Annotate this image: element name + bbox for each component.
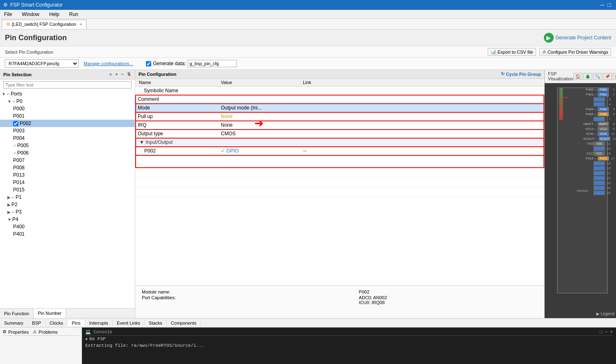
bnav-bsp[interactable]: BSP [28, 320, 45, 326]
tree-p014[interactable]: P014 [0, 179, 135, 186]
viz-copy-btn[interactable]: 📋 [613, 73, 616, 80]
row-name: Pull up [136, 112, 218, 121]
pin-row-xcin: XCIN → XCIN 10 [583, 132, 616, 136]
tree-p005[interactable]: ✓ P005 [0, 142, 135, 149]
tab-label: [LED_switch] FSP Configuration [12, 22, 76, 27]
problems-label[interactable]: Problems [39, 330, 57, 334]
p006-label: P006 [17, 150, 29, 156]
p3-check: ✓ [11, 210, 15, 214]
rtos-label: RA FSP [89, 337, 106, 341]
tree-ports[interactable]: ▼ ✓ Ports [0, 90, 135, 98]
pin-filter-input[interactable] [3, 81, 132, 89]
tree-p015[interactable]: P015 [0, 186, 135, 193]
tree-p001[interactable]: P001 [0, 112, 135, 120]
menu-window[interactable]: Window [19, 11, 42, 18]
minimize-btn[interactable]: ─ [600, 2, 605, 8]
gpio-check: ✓ [221, 148, 225, 154]
table-row-mode[interactable]: Mode Output mode (Ini... [136, 104, 544, 112]
tree-p4[interactable]: ▼ P4 [0, 216, 135, 223]
console-close-btn[interactable]: × [610, 330, 613, 334]
sort-btn[interactable]: ⇅ [126, 71, 132, 77]
bnav-summary[interactable]: Summary [0, 320, 28, 326]
bnav-clocks[interactable]: Clocks [45, 320, 68, 326]
bnav-interrupts[interactable]: Interrupts [85, 320, 113, 326]
row-value[interactable]: ✓ GPIO [218, 147, 300, 155]
tree-p0[interactable]: ▼ ✓ P0 [0, 98, 135, 105]
console-panel: 💻 Console ⬚ ─ × ● RA FSP Extracting file… [82, 328, 616, 364]
tree-p004[interactable]: P004 [0, 134, 135, 142]
pin-row-p410: 22 [583, 176, 616, 180]
menu-run[interactable]: Run [67, 11, 81, 18]
viz-tree-btn[interactable]: 🌲 [583, 73, 592, 80]
properties-label[interactable]: Properties [8, 330, 29, 334]
generate-label: Generate Project Content [555, 35, 611, 41]
expand-all-btn[interactable]: + [114, 71, 118, 77]
cycle-pin-group-btn[interactable]: ↻ Cycle Pin Group [501, 71, 541, 77]
tree-p401[interactable]: P401 [0, 230, 135, 238]
configure-warnings-btn[interactable]: ⚠ Configure Pin Driver Warnings [539, 48, 611, 56]
tree-p1[interactable]: ▶ ✓ P1 [0, 193, 135, 201]
pin-row-p408: 24 [583, 186, 616, 190]
pin-row-p405: P405 ↔ P405 6 [583, 112, 616, 116]
tree-p003[interactable]: P003 [0, 127, 135, 134]
viz-home-btn[interactable]: 🏠 [573, 73, 582, 80]
page-header: Pin Configuration ▶ Generate Project Con… [0, 30, 616, 46]
table-row: Symbolic Name [136, 86, 544, 95]
generate-data-input[interactable] [188, 60, 237, 67]
mode-value[interactable]: Output mode (Ini... [218, 104, 300, 112]
tree-p002[interactable]: P002 [0, 120, 135, 127]
row-value[interactable] [218, 86, 300, 95]
config-table: Name Value Link Symbolic Name [135, 79, 544, 197]
pin-row-p403: 4 [583, 102, 616, 107]
pin-function-label: Pin Function [4, 311, 29, 316]
port-cap-line-1: ADC0: AN002 [359, 295, 538, 300]
bnav-stacks[interactable]: Stacks [145, 320, 167, 326]
tab-bar: ⚙ [LED_switch] FSP Configuration × [0, 19, 616, 30]
generate-icon: ▶ [544, 33, 554, 43]
p006-check: ✓ [13, 151, 16, 155]
row-value[interactable] [218, 95, 300, 104]
pin-config-select[interactable]: R7FA4M2AD3CFP.pincfg [5, 59, 79, 68]
rtos-indicator: ● [85, 337, 88, 341]
viz-legend-btn[interactable]: ▶ Legend [595, 309, 616, 318]
tree-p2[interactable]: ▶ P2 [0, 201, 135, 208]
tree-p007[interactable]: P007 [0, 157, 135, 164]
p000-label: P000 [13, 106, 25, 111]
maximize-btn[interactable]: □ [608, 2, 611, 8]
pin-row-p402: 3 [583, 97, 616, 102]
tree-p008[interactable]: P008 [0, 164, 135, 171]
menu-help[interactable]: Help [47, 11, 62, 18]
bnav-pins[interactable]: Pins [68, 320, 85, 326]
main-tab[interactable]: ⚙ [LED_switch] FSP Configuration × [2, 20, 86, 29]
tab-close-btn[interactable]: × [80, 22, 82, 27]
table-row-empty [136, 187, 544, 197]
viz-pin-btn[interactable]: 📌 [603, 73, 612, 80]
pin-row-p411: 21 [583, 171, 616, 175]
export-csv-btn[interactable]: 📊 Export to CSV file [488, 48, 536, 56]
tree-p3[interactable]: ▶ ✓ P3 [0, 208, 135, 216]
manage-configurations-link[interactable]: Manage configurations... [84, 61, 133, 66]
generate-project-btn[interactable]: ▶ Generate Project Content [544, 33, 611, 43]
view-menu-btn[interactable]: ≡ [109, 71, 113, 77]
tree-p000[interactable]: P000 [0, 105, 135, 112]
bnav-components[interactable]: Components [167, 320, 201, 326]
p002-checkbox[interactable] [13, 121, 18, 126]
tree-p400[interactable]: P400 [0, 223, 135, 230]
p008-label: P008 [13, 165, 25, 171]
console-window-btn[interactable]: ⬚ [600, 329, 602, 334]
pin-row-p213: 13 [583, 146, 616, 151]
bnav-event-links[interactable]: Event Links [113, 320, 145, 326]
mode-link [300, 104, 332, 112]
row-value[interactable]: CMOS [218, 130, 300, 138]
tree-p013[interactable]: P013 [0, 171, 135, 179]
tree-p006[interactable]: ✓ P006 [0, 149, 135, 157]
pin-tree: ▼ ✓ Ports ▼ ✓ P0 P000 P001 [0, 90, 135, 308]
pin-number-tab[interactable]: Pin Number [34, 309, 66, 318]
collapse-all-btn[interactable]: − [120, 71, 125, 77]
menu-file[interactable]: File [2, 11, 14, 18]
viz-search-btn[interactable]: 🔍 [593, 73, 602, 80]
pin-function-tab[interactable]: Pin Function [0, 309, 34, 318]
console-minimize-btn[interactable]: ─ [605, 330, 608, 334]
row-link[interactable]: ⇨ [300, 147, 332, 155]
generate-data-checkbox[interactable] [146, 61, 151, 66]
